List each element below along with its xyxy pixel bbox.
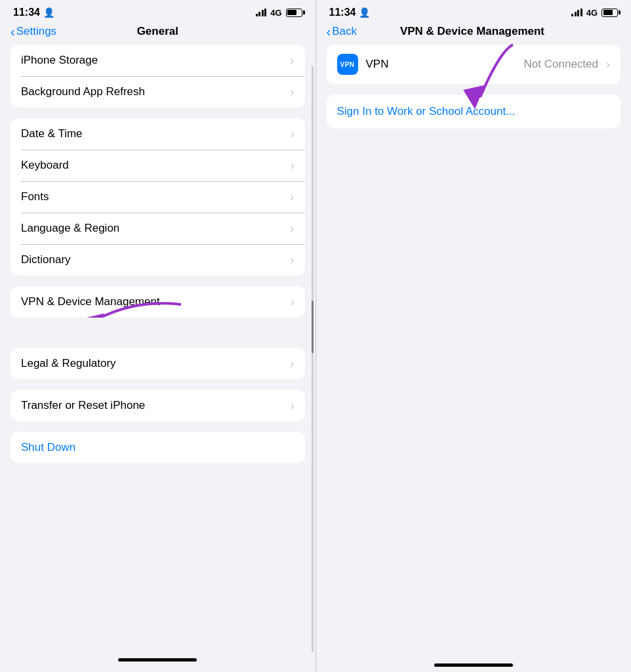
right-nav-bar: ‹ Back VPN & Device Management xyxy=(316,22,632,45)
iphone-storage-row[interactable]: iPhone Storage › xyxy=(10,45,305,76)
vpn-management-group: VPN & Device Management › xyxy=(10,286,305,318)
transfer-group: Transfer or Reset iPhone › xyxy=(10,390,305,421)
vpn-chevron-icon: › xyxy=(606,58,610,72)
network-type-label: 4G xyxy=(270,8,281,18)
left-nav-bar: ‹ Settings General xyxy=(0,22,316,45)
person-icon-right: 👤 xyxy=(359,7,370,18)
right-page-title: VPN & Device Management xyxy=(357,25,588,38)
left-status-bar: 11:34 👤 4G xyxy=(0,0,316,22)
vpn-device-management-row[interactable]: VPN & Device Management › xyxy=(10,286,305,318)
right-time: 11:34 👤 xyxy=(329,7,371,18)
vpn-status-label: Not Connected xyxy=(524,58,598,71)
page-title: General xyxy=(56,25,258,38)
language-region-row[interactable]: Language & Region › xyxy=(10,213,305,244)
background-app-refresh-row[interactable]: Background App Refresh › xyxy=(10,76,305,108)
dictionary-row[interactable]: Dictionary › xyxy=(10,244,305,276)
date-keyboard-group: Date & Time › Keyboard › Fonts › Languag… xyxy=(10,118,305,276)
chevron-icon: › xyxy=(291,190,295,204)
right-home-indicator xyxy=(316,663,632,667)
shutdown-label: Shut Down xyxy=(21,441,75,453)
back-button[interactable]: ‹ Back xyxy=(327,25,357,38)
home-indicator xyxy=(0,652,316,672)
scrollbar-track xyxy=(312,66,314,652)
right-phone-panel: 11:34 👤 4G ‹ Back VPN & Device Managemen… xyxy=(316,0,632,672)
storage-group: iPhone Storage › Background App Refresh … xyxy=(10,45,305,108)
settings-back-button[interactable]: ‹ Settings xyxy=(10,25,56,38)
transfer-reset-row[interactable]: Transfer or Reset iPhone › xyxy=(10,390,305,421)
chevron-icon: › xyxy=(291,85,295,99)
chevron-icon: › xyxy=(291,253,295,267)
legal-regulatory-row[interactable]: Legal & Regulatory › xyxy=(10,348,305,379)
left-time: 11:34 👤 xyxy=(13,7,54,18)
chevron-icon: › xyxy=(291,222,295,236)
shutdown-row[interactable]: Shut Down xyxy=(10,432,305,463)
signin-card[interactable]: Sign In to Work or School Account... xyxy=(327,94,621,129)
date-time-row[interactable]: Date & Time › xyxy=(10,118,305,150)
chevron-icon: › xyxy=(291,357,295,371)
person-icon: 👤 xyxy=(43,7,54,18)
right-network-type-label: 4G xyxy=(586,8,598,18)
signal-bars-icon xyxy=(256,9,267,16)
vpn-icon-text: VPN xyxy=(340,61,354,68)
keyboard-row[interactable]: Keyboard › xyxy=(10,150,305,181)
left-phone-panel: 11:34 👤 4G ‹ Settings General xyxy=(0,0,316,672)
vpn-icon-box: VPN xyxy=(337,54,358,75)
back-chevron-icon: ‹ xyxy=(10,25,15,38)
back-chevron-icon: ‹ xyxy=(327,25,331,38)
legal-group: Legal & Regulatory › xyxy=(10,348,305,379)
right-status-bar: 11:34 👤 4G xyxy=(316,0,632,22)
signin-label: Sign In to Work or School Account... xyxy=(337,105,516,117)
vpn-name-label: VPN xyxy=(366,58,524,71)
right-home-bar xyxy=(434,663,513,667)
right-status-icons: 4G xyxy=(571,8,618,18)
scrollbar-thumb[interactable] xyxy=(312,301,314,353)
fonts-row[interactable]: Fonts › xyxy=(10,181,305,213)
chevron-icon: › xyxy=(291,127,295,141)
home-bar xyxy=(118,658,197,662)
right-battery-icon xyxy=(601,9,618,17)
left-status-icons: 4G xyxy=(256,8,302,18)
battery-icon xyxy=(286,9,302,17)
chevron-icon: › xyxy=(291,399,295,413)
left-content-scroll[interactable]: iPhone Storage › Background App Refresh … xyxy=(0,45,316,652)
right-signal-bars-icon xyxy=(571,9,582,16)
chevron-icon: › xyxy=(291,295,295,309)
vpn-row[interactable]: VPN VPN Not Connected › xyxy=(327,45,621,84)
chevron-icon: › xyxy=(291,54,295,68)
chevron-icon: › xyxy=(291,159,295,173)
vpn-card: VPN VPN Not Connected › xyxy=(327,45,621,84)
